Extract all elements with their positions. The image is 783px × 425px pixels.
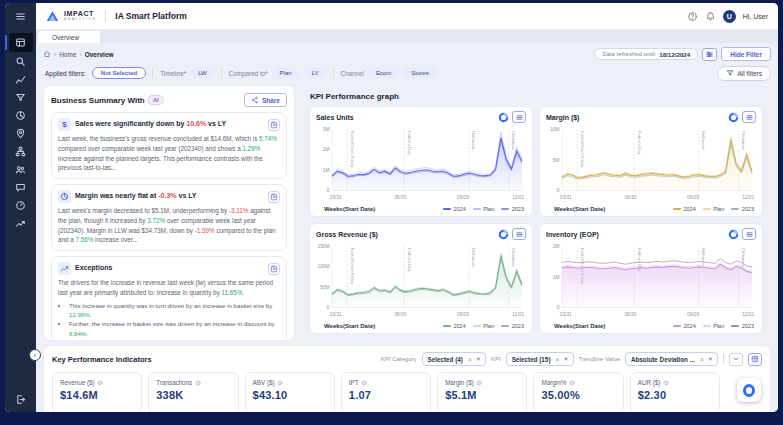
funnel-icon — [726, 69, 734, 77]
search-icon[interactable] — [10, 53, 32, 70]
chart-footer: Weeks(Start Date)2024Plan2023 — [546, 206, 756, 213]
tab-overview[interactable]: Overview — [38, 31, 100, 43]
chart-menu-icon[interactable] — [742, 228, 756, 240]
legend-swatch — [473, 325, 481, 327]
required-star: * — [265, 70, 267, 77]
info-icon[interactable] — [476, 380, 482, 386]
legend-item: Plan — [703, 206, 725, 212]
clear-icon[interactable]: × — [468, 356, 472, 363]
filter-icon[interactable] — [10, 89, 32, 106]
svg-text:Father's Day: Father's Day — [637, 131, 642, 156]
pie-icon[interactable] — [10, 107, 32, 124]
chevron-down-icon[interactable] — [729, 353, 743, 366]
gauge-icon[interactable] — [10, 197, 32, 214]
chart-actions — [498, 228, 526, 240]
expand-icon[interactable] — [268, 119, 280, 131]
bullet-item: This increase in quantity was in turn dr… — [69, 301, 280, 320]
filter-chip-not-selected[interactable]: Not Selected — [92, 67, 146, 79]
info-icon[interactable] — [569, 380, 575, 386]
kpi-select[interactable]: Selected (15)×▾ — [506, 352, 574, 366]
expand-icon[interactable] — [268, 191, 280, 203]
logout-icon[interactable] — [10, 391, 32, 408]
dashboard-icon[interactable] — [9, 33, 33, 52]
filter-chip[interactable]: Ecom — [368, 68, 399, 78]
home-icon[interactable] — [43, 50, 51, 58]
svg-text:Easter/Good Friday: Easter/Good Friday — [350, 248, 355, 285]
breadcrumb-home[interactable]: Home — [59, 51, 76, 58]
legend-item: 2024 — [443, 323, 466, 329]
filter-group: Compared to*PlanLY — [221, 68, 327, 78]
users-icon[interactable] — [10, 161, 32, 178]
chart-menu-icon[interactable] — [512, 228, 526, 240]
info-icon[interactable] — [361, 380, 367, 386]
chart-donut-icon[interactable] — [728, 229, 739, 240]
filter-chip[interactable]: Plan — [272, 68, 300, 78]
info-icon[interactable] — [97, 380, 103, 386]
clear-icon[interactable]: × — [555, 356, 559, 363]
chevron-down-icon[interactable]: ▾ — [709, 355, 712, 363]
kpi-section: Key Performance Indicators KPI CategoryS… — [43, 345, 771, 412]
share-icon — [251, 96, 259, 104]
svg-text:03/31: 03/31 — [330, 195, 342, 200]
avatar[interactable]: U — [723, 10, 736, 23]
sliders-icon[interactable] — [702, 48, 717, 61]
menu-icon[interactable] — [10, 8, 32, 25]
filter-group: Timeline*LW — [152, 68, 215, 78]
clear-icon[interactable]: × — [700, 356, 704, 363]
info-icon[interactable] — [663, 380, 669, 386]
divider — [105, 10, 106, 22]
data-refreshed-pill: Data refreshed until:18/12/2024 — [594, 48, 698, 60]
grid-view-icon[interactable] — [748, 353, 762, 366]
info-icon[interactable] — [195, 380, 201, 386]
svg-text:12/01: 12/01 — [742, 195, 754, 200]
kpi-graph-panel: KPI Performance graph Sales Units01M2M3M… — [301, 85, 771, 341]
summary-card-body: Last week's margin decreased to $5.1M, u… — [58, 206, 280, 245]
kpi-card: Transactions338K — [148, 372, 238, 412]
assistant-fab[interactable] — [737, 378, 761, 402]
chart-menu-icon[interactable] — [742, 111, 756, 123]
chevron-down-icon[interactable]: ▾ — [477, 355, 480, 363]
chart-title: Sales Units — [316, 114, 354, 121]
svg-text:03/31: 03/31 — [560, 312, 572, 317]
trend-icon[interactable] — [10, 215, 32, 232]
chart-actions — [498, 111, 526, 123]
summary-card-body: The drivers for the increase in revenue … — [58, 278, 280, 298]
trendline-value-select[interactable]: Absolute Deviation ...×▾ — [625, 352, 718, 366]
expand-icon[interactable] — [268, 263, 280, 275]
location-icon[interactable] — [10, 125, 32, 142]
help-icon[interactable] — [687, 11, 698, 22]
filter-chip[interactable]: LY — [304, 68, 327, 78]
legend-label: 2023 — [512, 206, 524, 212]
trend-icon — [58, 262, 71, 275]
filter-chip[interactable]: LW — [190, 68, 215, 78]
kpi-category-select[interactable]: Selected (4)×▾ — [422, 352, 486, 366]
chart-donut-icon[interactable] — [728, 112, 739, 123]
legend-swatch — [731, 325, 739, 327]
chart-donut-icon[interactable] — [498, 229, 509, 240]
sidebar-collapse-button[interactable]: ‹ — [29, 349, 41, 361]
svg-text:3M: 3M — [323, 127, 330, 132]
bell-icon[interactable] — [705, 11, 716, 22]
all-filters-button[interactable]: All filters — [717, 66, 771, 81]
summary-card: Margin was nearly flat at -0.3% vs LYLas… — [51, 184, 287, 251]
info-icon[interactable] — [277, 380, 283, 386]
chevron-down-icon[interactable]: ▾ — [564, 355, 567, 363]
kpi-controls: KPI CategorySelected (4)×▾KPISelected (1… — [381, 352, 718, 366]
svg-text:1M: 1M — [553, 275, 560, 280]
chart-menu-icon[interactable] — [512, 111, 526, 123]
svg-text:06/30: 06/30 — [394, 312, 406, 317]
share-button[interactable]: Share — [244, 93, 287, 107]
chart-donut-icon[interactable] — [498, 112, 509, 123]
insights-icon[interactable] — [10, 71, 32, 88]
hide-filter-button[interactable]: Hide Filter — [721, 47, 771, 61]
filter-chip[interactable]: Stores — [403, 68, 436, 78]
chart-title: Inventory (EOP) — [546, 231, 599, 238]
chat-icon[interactable] — [10, 179, 32, 196]
hierarchy-icon[interactable] — [10, 143, 32, 160]
brand: IMPACT ANALYTICS IA Smart Platform — [46, 10, 187, 22]
legend-label: Plan — [483, 323, 494, 329]
kpi-label: Transactions — [156, 379, 230, 386]
ai-badge: AI — [147, 95, 165, 105]
filter-group-label: Timeline* — [160, 70, 186, 77]
breadcrumb: › Home › Overview — [43, 50, 114, 58]
